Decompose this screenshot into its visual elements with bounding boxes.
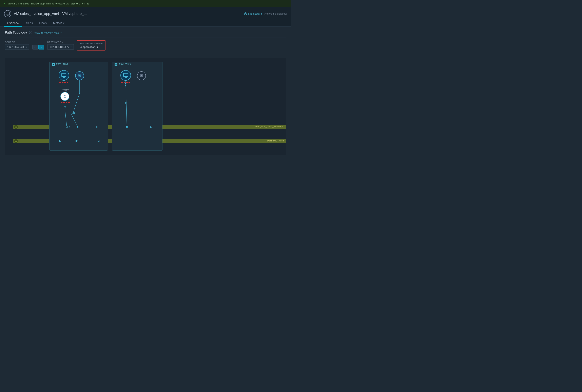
sq-dot-dynamic-2 <box>76 140 77 142</box>
nsx-node-tn3: ✳ <box>137 71 146 80</box>
sq-dot-dynamic-3 <box>98 140 100 142</box>
time-ago-text: 6 min ago <box>248 12 260 15</box>
router-node-tn2: ⬡ <box>60 92 69 101</box>
segment-london-label: London_ALB_DATA_SEGMENT <box>252 125 284 128</box>
direction-right-button[interactable]: → <box>38 45 44 50</box>
source-label: Source <box>5 41 29 44</box>
svg-rect-11 <box>124 73 128 76</box>
tab-overview[interactable]: Overview <box>4 20 22 27</box>
destination-select[interactable]: 192.168.100.177 ▾ <box>47 44 74 50</box>
esxi-tn2-label: ESXi_TN-2 <box>56 63 68 66</box>
source-value: 192.168.40.23 <box>7 46 24 48</box>
destination-group: Destination 192.168.100.177 ▾ <box>47 41 74 50</box>
sq-dot-london-5 <box>150 126 152 128</box>
esxi-tn3-header: ▣ ESXi_TN-3 <box>112 62 162 67</box>
destination-value: 192.168.100.177 <box>50 46 69 48</box>
tab-flows[interactable]: Flows <box>36 20 50 27</box>
esxi-tn3-label: ESXi_TN-3 <box>118 63 131 66</box>
time-badge[interactable]: 6 min ago ▾ <box>244 12 262 15</box>
segment-dynamic-label: DYNAMIC_APPS <box>267 140 284 142</box>
tab-bar: Overview Alerts Flows Metrics ▾ <box>4 20 287 26</box>
sq-dot-london-4 <box>126 126 128 128</box>
lb-path-value: l4-application <box>80 46 96 48</box>
vm-node-tn2 <box>58 70 69 80</box>
metrics-chevron-icon: ▾ <box>63 22 64 25</box>
source-select[interactable]: 192.168.40.23 ▾ <box>5 44 29 50</box>
red-bar-tn3-top <box>121 82 131 83</box>
svg-line-6 <box>246 14 246 14</box>
tab-metrics[interactable]: Metrics ▾ <box>50 20 68 27</box>
segment-dynamic-icon: ⊜ <box>14 139 18 143</box>
network-map-label: View in Network Map <box>34 31 59 34</box>
source-group: Source 192.168.40.23 ▾ <box>5 41 29 50</box>
destination-chevron-icon: ▾ <box>70 46 72 48</box>
lb-path-label: Path via Load Balancer <box>80 42 103 45</box>
segment-london-icon: ⊜ <box>14 125 18 129</box>
red-bar-tn2-bottom <box>61 102 70 103</box>
page-title: VM sales_invoice_app_vm4 - VM vsphere_..… <box>14 12 87 16</box>
sq-dot-london-2 <box>77 126 78 128</box>
esxi-tn3-icon: ▣ <box>114 63 118 66</box>
notification-text: VMware VM 'sales_invoice_app_vm4' to VMw… <box>8 2 90 5</box>
path-controls: Source 192.168.40.23 ▾ ← → Destination 1… <box>5 38 286 53</box>
sq-dot-london-1 <box>66 126 68 128</box>
topology-canvas: ⊜ London_ALB_DATA_SEGMENT ⊜ DYNAMIC_APPS… <box>5 58 286 155</box>
info-icon[interactable]: i <box>29 31 32 34</box>
sq-dot-dynamic-1 <box>60 140 61 142</box>
esxi-tn2-header: ▣ ESXi_TN-2 <box>50 62 108 67</box>
direction-toggle: ← → <box>32 45 44 50</box>
svg-rect-7 <box>62 73 66 76</box>
red-bar-tn2-top <box>60 82 69 83</box>
section-header: Path Topology i View in Network Map ↗ <box>5 31 286 34</box>
vm-icon <box>4 10 11 18</box>
section-title: Path Topology <box>5 31 27 34</box>
lb-chevron-icon: ▾ <box>97 46 98 48</box>
direction-left-button[interactable]: ← <box>32 45 38 50</box>
sq-dot-london-3 <box>96 126 98 128</box>
page-header: VM sales_invoice_app_vm4 - VM vsphere_..… <box>0 7 291 27</box>
router-label-tn2: Primary <box>59 89 71 91</box>
header-meta: 6 min ago ▾ (Refreshing disabled) <box>244 12 287 15</box>
time-chevron-icon: ▾ <box>261 12 262 15</box>
network-map-link[interactable]: View in Network Map ↗ <box>34 31 62 34</box>
check-icon: ✓ <box>3 2 6 6</box>
lb-path-group[interactable]: Path via Load Balancer l4-application ▾ <box>77 40 106 50</box>
x-marker-tn2: ✕ <box>72 111 75 116</box>
svg-rect-0 <box>6 12 10 15</box>
lb-path-select[interactable]: l4-application ▾ <box>80 46 103 48</box>
esxi-tn2-icon: ▣ <box>52 63 55 66</box>
tab-alerts[interactable]: Alerts <box>22 20 36 27</box>
source-chevron-icon: ▾ <box>26 46 27 48</box>
refreshing-status: (Refreshing disabled) <box>264 12 287 15</box>
nsx-node-tn2: ✳ <box>75 71 84 80</box>
main-content: Path Topology i View in Network Map ↗ So… <box>0 27 291 159</box>
vm-node-tn3 <box>120 70 131 80</box>
external-link-icon: ↗ <box>60 31 62 34</box>
destination-label: Destination <box>47 41 74 44</box>
notification-bar: ✓ VMware VM 'sales_invoice_app_vm4' to V… <box>0 0 291 7</box>
